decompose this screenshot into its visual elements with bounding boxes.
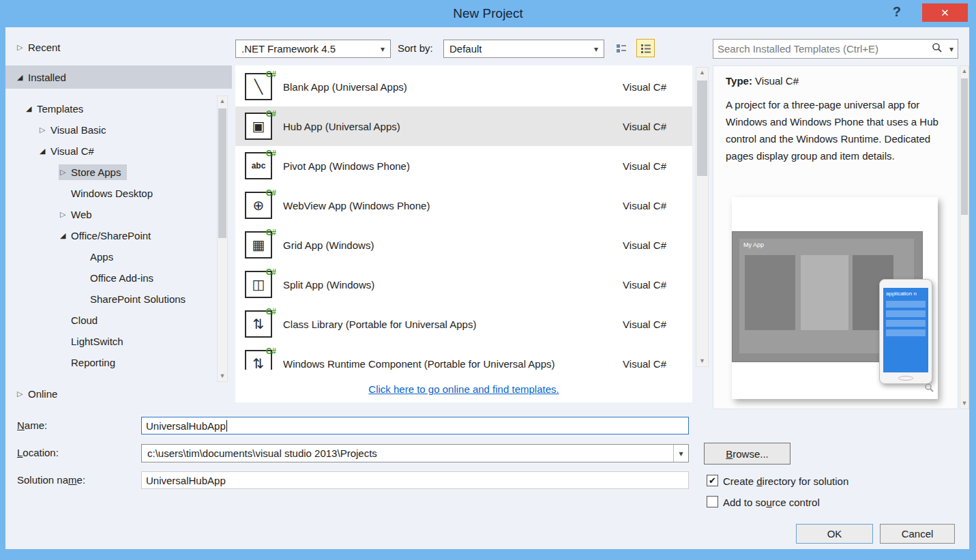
check-icon: ✔ xyxy=(709,475,716,486)
tree-item-visual-basic[interactable]: ▷ Visual Basic xyxy=(5,119,232,141)
tree-item-store-apps[interactable]: ▷ Store Apps xyxy=(5,162,232,183)
template-item-hub-app[interactable]: ▣ C# Hub App (Universal Apps) Visual C# xyxy=(235,106,692,146)
collapsed-arrow-icon[interactable]: ▷ xyxy=(60,168,71,177)
cancel-button[interactable]: Cancel xyxy=(880,524,955,544)
collapsed-arrow-icon[interactable]: ▷ xyxy=(60,210,71,219)
scroll-down-icon[interactable]: ▼ xyxy=(218,371,227,381)
template-item-pivot-app[interactable]: abc C# Pivot App (Windows Phone) Visual … xyxy=(235,146,692,186)
chevron-down-icon[interactable]: ▾ xyxy=(589,44,604,54)
tree-item-label: Apps xyxy=(90,251,113,263)
tree-item-recent[interactable]: ▷ Recent xyxy=(5,37,232,58)
phone-screen: application n xyxy=(883,288,928,372)
collapsed-arrow-icon[interactable]: ▷ xyxy=(40,126,50,134)
expanded-arrow-icon[interactable]: ◢ xyxy=(40,147,50,156)
go-online-link[interactable]: Click here to go online and find templat… xyxy=(235,383,692,395)
selected-category-highlight: ▷ Store Apps xyxy=(59,164,127,180)
sort-by-value: Default xyxy=(449,43,589,55)
tree-item-label: Office/SharePoint xyxy=(71,230,151,241)
tree-item-lightswitch[interactable]: LightSwitch xyxy=(5,331,232,352)
csharp-badge: C# xyxy=(266,347,276,356)
hub-app-icon: ▣ C# xyxy=(245,113,272,140)
browse-button[interactable]: Browse... xyxy=(704,443,790,465)
tree-item-label: Recent xyxy=(28,42,61,53)
create-directory-label[interactable]: Create directory for solution xyxy=(723,475,848,487)
new-project-dialog: New Project ? ✕ ▷ Recent ◢ Installed ◢ T… xyxy=(0,0,976,560)
tree-item-cloud[interactable]: Cloud xyxy=(5,310,232,331)
tablet-app-title: My App xyxy=(743,241,764,248)
scrollbar-thumb[interactable] xyxy=(218,108,226,238)
winrt-component-icon: ⇅ C# xyxy=(245,350,272,370)
search-icon[interactable] xyxy=(929,42,945,56)
expanded-arrow-icon[interactable]: ◢ xyxy=(17,73,28,82)
template-item-webview-app[interactable]: ⊕ C# WebView App (Windows Phone) Visual … xyxy=(235,186,692,225)
tree-item-office-sharepoint[interactable]: ◢ Office/SharePoint xyxy=(5,225,232,246)
template-item-split-app[interactable]: ◫ C# Split App (Windows) Visual C# xyxy=(235,265,692,304)
tree-item-installed[interactable]: ◢ Installed xyxy=(5,65,232,89)
collapsed-arrow-icon[interactable]: ▷ xyxy=(17,389,28,398)
zoom-icon xyxy=(924,383,934,396)
template-language: Visual C# xyxy=(623,319,666,330)
scroll-up-icon[interactable]: ▲ xyxy=(960,66,968,76)
source-control-label[interactable]: Add to source control xyxy=(723,497,820,508)
ok-button[interactable]: OK xyxy=(796,524,873,544)
template-list-scrollbar[interactable]: ▲ ▼ xyxy=(696,67,709,367)
list-view-button[interactable] xyxy=(636,39,655,57)
scroll-up-icon[interactable]: ▲ xyxy=(218,96,227,106)
type-label: Type: xyxy=(726,75,752,87)
template-item-blank-app[interactable]: ╲ C# Blank App (Universal Apps) Visual C… xyxy=(235,67,692,106)
tree-item-online[interactable]: ▷ Online xyxy=(5,383,232,404)
framework-filter-dropdown[interactable]: .NET Framework 4.5 ▾ xyxy=(235,40,391,58)
tree-item-sharepoint-solutions[interactable]: SharePoint Solutions xyxy=(5,289,232,310)
dialog-body: ▷ Recent ◢ Installed ◢ Templates ▷ Visua… xyxy=(5,27,969,549)
csharp-badge: C# xyxy=(266,70,276,79)
search-input[interactable] xyxy=(713,43,929,55)
tree-item-office-addins[interactable]: Office Add-ins xyxy=(5,267,232,289)
chevron-down-icon[interactable]: ▾ xyxy=(673,445,688,462)
expanded-arrow-icon[interactable]: ◢ xyxy=(60,231,71,240)
collapsed-arrow-icon[interactable]: ▷ xyxy=(17,43,28,52)
template-language: Visual C# xyxy=(623,358,666,370)
project-name-value: UniversalHubApp xyxy=(146,420,226,432)
tree-item-web[interactable]: ▷ Web xyxy=(5,204,232,225)
source-control-checkbox[interactable] xyxy=(707,496,718,507)
name-label: Name: xyxy=(17,419,47,431)
tree-item-apps[interactable]: Apps xyxy=(5,246,232,267)
sort-by-label: Sort by: xyxy=(398,42,433,54)
icons-view-button[interactable] xyxy=(612,39,630,57)
scroll-down-icon[interactable]: ▼ xyxy=(696,356,708,366)
tree-item-reporting[interactable]: Reporting xyxy=(5,352,232,373)
scrollbar-thumb[interactable] xyxy=(697,80,707,176)
solution-name-value: UniversalHubApp xyxy=(146,475,226,486)
template-item-winrt-component[interactable]: ⇅ C# Windows Runtime Component (Portable… xyxy=(235,344,692,370)
tree-scrollbar[interactable]: ▲ ▼ xyxy=(217,95,228,382)
template-list: ╲ C# Blank App (Universal Apps) Visual C… xyxy=(235,65,692,402)
template-item-grid-app[interactable]: ▦ C# Grid App (Windows) Visual C# xyxy=(235,225,692,265)
expanded-arrow-icon[interactable]: ◢ xyxy=(26,104,37,113)
sort-by-dropdown[interactable]: Default ▾ xyxy=(443,40,604,58)
template-language: Visual C# xyxy=(623,279,666,291)
create-directory-checkbox[interactable]: ✔ xyxy=(707,475,718,486)
scroll-down-icon[interactable]: ▼ xyxy=(960,398,968,409)
template-preview-image: My App application n xyxy=(732,197,938,399)
template-language: Visual C# xyxy=(623,81,666,93)
location-combobox[interactable]: c:\users\tim\documents\visual studio 201… xyxy=(141,444,689,462)
project-name-input[interactable]: UniversalHubApp xyxy=(141,417,689,434)
csharp-badge: C# xyxy=(266,228,276,237)
tree-item-visual-csharp[interactable]: ◢ Visual C# xyxy=(5,141,232,162)
tree-item-label: Online xyxy=(28,388,57,400)
phone-preview: application n xyxy=(879,279,932,384)
tree-item-templates[interactable]: ◢ Templates xyxy=(5,98,232,119)
scroll-up-icon[interactable]: ▲ xyxy=(696,68,708,78)
template-item-class-library[interactable]: ⇅ C# Class Library (Portable for Univers… xyxy=(235,304,692,344)
solution-name-input[interactable]: UniversalHubApp xyxy=(141,471,689,489)
info-panel-scrollbar[interactable]: ▲ ▼ xyxy=(960,65,969,409)
text-caret xyxy=(226,420,227,432)
close-button[interactable]: ✕ xyxy=(922,3,968,22)
solution-name-label: Solution name: xyxy=(17,474,85,486)
tree-item-windows-desktop[interactable]: Windows Desktop xyxy=(5,183,232,204)
help-icon[interactable]: ? xyxy=(893,4,901,20)
scrollbar-thumb[interactable] xyxy=(961,78,968,215)
search-options-chevron-icon[interactable]: ▾ xyxy=(945,44,958,54)
chevron-down-icon[interactable]: ▾ xyxy=(375,44,390,54)
csharp-badge: C# xyxy=(266,188,276,198)
